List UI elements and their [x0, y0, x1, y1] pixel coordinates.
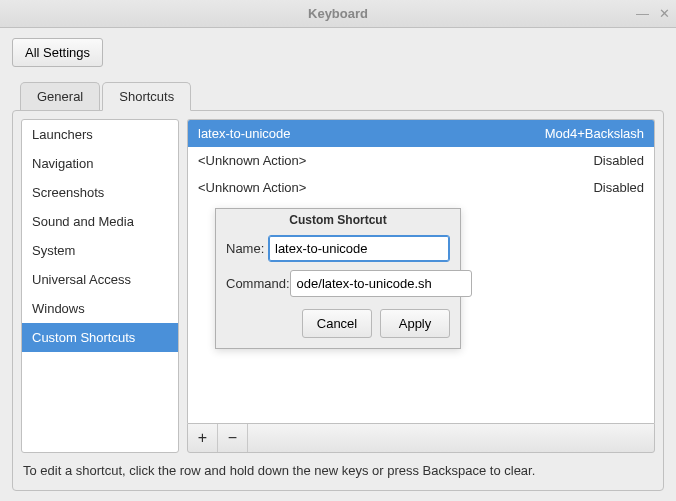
add-shortcut-button[interactable]: +	[188, 424, 218, 452]
apply-button[interactable]: Apply	[380, 309, 450, 338]
custom-shortcut-dialog: Custom Shortcut Name: Command: Cancel Ap…	[215, 208, 461, 349]
shortcut-toolbar: + −	[187, 423, 655, 453]
command-input[interactable]	[290, 270, 472, 297]
category-launchers[interactable]: Launchers	[22, 120, 178, 149]
shortcut-row[interactable]: <Unknown Action> Disabled	[188, 147, 654, 174]
shortcut-name: latex-to-unicode	[198, 126, 291, 141]
name-label: Name:	[226, 241, 268, 256]
shortcut-accel: Mod4+Backslash	[545, 126, 644, 141]
shortcut-name: <Unknown Action>	[198, 180, 306, 195]
form-row-name: Name:	[226, 235, 450, 262]
minimize-icon[interactable]: —	[636, 6, 649, 21]
close-icon[interactable]: ✕	[659, 6, 670, 21]
titlebar-controls: — ✕	[636, 6, 670, 21]
dialog-title: Custom Shortcut	[216, 209, 460, 233]
remove-shortcut-button[interactable]: −	[218, 424, 248, 452]
command-label: Command:	[226, 276, 290, 291]
category-system[interactable]: System	[22, 236, 178, 265]
shortcut-accel: Disabled	[593, 180, 644, 195]
shortcut-name: <Unknown Action>	[198, 153, 306, 168]
top-toolbar: All Settings	[12, 38, 664, 67]
tab-shortcuts[interactable]: Shortcuts	[102, 82, 191, 111]
dialog-buttons: Cancel Apply	[226, 309, 450, 338]
shortcut-accel: Disabled	[593, 153, 644, 168]
hint-text: To edit a shortcut, click the row and ho…	[21, 453, 655, 482]
category-universal-access[interactable]: Universal Access	[22, 265, 178, 294]
dialog-body: Name: Command: Cancel Apply	[216, 233, 460, 348]
form-row-command: Command:	[226, 270, 450, 297]
category-list: Launchers Navigation Screenshots Sound a…	[21, 119, 179, 453]
window-title: Keyboard	[308, 6, 368, 21]
category-sound-media[interactable]: Sound and Media	[22, 207, 178, 236]
shortcut-row[interactable]: latex-to-unicode Mod4+Backslash	[188, 120, 654, 147]
shortcut-row[interactable]: <Unknown Action> Disabled	[188, 174, 654, 201]
cancel-button[interactable]: Cancel	[302, 309, 372, 338]
name-input[interactable]	[268, 235, 450, 262]
category-custom-shortcuts[interactable]: Custom Shortcuts	[22, 323, 178, 352]
plus-icon: +	[198, 429, 207, 447]
minus-icon: −	[228, 429, 237, 447]
category-navigation[interactable]: Navigation	[22, 149, 178, 178]
all-settings-button[interactable]: All Settings	[12, 38, 103, 67]
category-windows[interactable]: Windows	[22, 294, 178, 323]
titlebar: Keyboard — ✕	[0, 0, 676, 28]
category-screenshots[interactable]: Screenshots	[22, 178, 178, 207]
tabs-bar: General Shortcuts	[20, 81, 664, 110]
tab-general[interactable]: General	[20, 82, 100, 111]
